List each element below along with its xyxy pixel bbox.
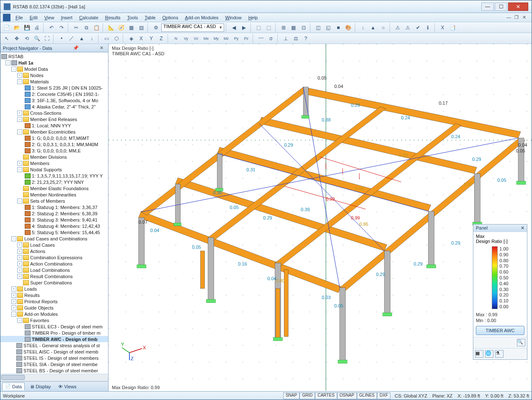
undo-icon[interactable]: ↶ [47, 23, 56, 32]
tree-materials[interactable]: −Materials [0, 78, 108, 85]
snap-dxf[interactable]: DXF [377, 392, 390, 399]
tab-display[interactable]: 🖥Display [27, 383, 53, 390]
mdi-restore-icon[interactable]: ❐ [514, 15, 521, 21]
help-icon[interactable]: ? [301, 34, 310, 43]
tree-ns2[interactable]: 2: 21,23,25,27; YYY NNY [0, 179, 108, 185]
new-file-icon[interactable]: 📄 [2, 23, 11, 32]
grid-icon[interactable]: ▦ [289, 23, 298, 32]
save-icon[interactable]: 💾 [22, 23, 31, 32]
zoom-all-icon[interactable]: ⛶ [42, 34, 52, 43]
tree-fav1[interactable]: STEEL EC3 - Design of steel mem [0, 323, 108, 330]
diag-mx-icon[interactable]: Mx [201, 34, 211, 43]
menu-table[interactable]: Table [141, 14, 159, 21]
tree-ce[interactable]: +Combination Expressions [0, 254, 108, 261]
view-x-icon[interactable]: X [137, 34, 146, 43]
tree-members[interactable]: +Members [0, 160, 108, 166]
tree-lcac[interactable]: −Load Cases and Combinations [0, 235, 108, 242]
tree-root[interactable]: RSTAB [0, 53, 108, 59]
navigator-close-icon[interactable]: ✕ [100, 45, 106, 51]
diag-my-icon[interactable]: My [212, 34, 221, 43]
pin-icon[interactable]: 📌 [73, 45, 79, 51]
tree-modeldata[interactable]: −Model Data [0, 66, 108, 72]
menu-insert[interactable]: Insert [57, 14, 76, 21]
snap-grid[interactable]: GRID [300, 392, 315, 399]
support-icon[interactable]: ▲ [369, 23, 378, 32]
wire-icon[interactable]: ◱ [324, 23, 333, 32]
tree-addon[interactable]: −Add-on Modules [0, 311, 108, 317]
menu-help[interactable]: Help [245, 14, 261, 21]
xyz2-icon[interactable]: ⬚ [264, 23, 274, 32]
tree-m5[interactable]: STEEL BS - Design of steel member [0, 367, 108, 374]
load-icon[interactable]: ↓ [359, 23, 368, 32]
menu-file[interactable]: File [12, 14, 26, 21]
cs-icon[interactable]: ⊥ [281, 34, 290, 43]
redo-icon[interactable]: ↷ [57, 23, 66, 32]
node-icon[interactable]: • [57, 34, 66, 43]
tree-ns1[interactable]: 1: 1,3,5,7,9,11,13,15,17,19; YYY Y [0, 173, 108, 179]
minimize-button[interactable]: — [481, 3, 494, 11]
check-icon[interactable]: ✔ [413, 23, 423, 32]
snap-snap[interactable]: SNAP [283, 392, 300, 399]
tree-crosssec[interactable]: +Cross-Sections [0, 110, 108, 116]
tree-mat2[interactable]: 2: Concrete C35/45 | EN 1992-1- [0, 91, 108, 97]
tree-lc[interactable]: +Load Cases [0, 242, 108, 248]
menu-window[interactable]: Window [222, 14, 245, 21]
tree-memdiv[interactable]: Member Divisions [0, 154, 108, 160]
tree-som4[interactable]: 4: Stabzug 4: Members: 12,42,43 [0, 223, 108, 229]
deform-icon[interactable]: 〰 [256, 34, 266, 43]
panel-tab-colors-icon[interactable]: ▦ [475, 350, 483, 358]
menu-addon[interactable]: Add-on Modules [181, 14, 222, 21]
dlubal-icon[interactable] [3, 14, 10, 21]
tree-rcomb[interactable]: +Result Combinations [0, 273, 108, 279]
tree-acomb[interactable]: +Action Combinations [0, 261, 108, 267]
load2-icon[interactable]: ↓ [87, 34, 96, 43]
menu-results[interactable]: Results [102, 14, 124, 21]
support2-icon[interactable]: ▲ [77, 34, 86, 43]
snap-glines[interactable]: GLINES [357, 392, 377, 399]
colors-icon[interactable]: 🎨 [344, 23, 353, 32]
view-y-icon[interactable]: Y [147, 34, 156, 43]
tree-mat1[interactable]: 1: Steel S 235 JR | DIN EN 10025- [0, 85, 108, 91]
tree-nodals[interactable]: −Nodal Supports [0, 166, 108, 173]
menu-view[interactable]: View [41, 14, 58, 21]
snap-cartes[interactable]: CARTES [315, 392, 337, 399]
tree-printout[interactable]: +Printout Reports [0, 298, 108, 305]
tree-fav2[interactable]: TIMBER Pro - Design of timber m [0, 330, 108, 336]
sel-rect-icon[interactable]: ▭ [102, 34, 111, 43]
solid-icon[interactable]: ■ [334, 23, 343, 32]
tree-mer1[interactable]: 1: Local; NNN YYY [0, 122, 108, 129]
tree-fav3[interactable]: TIMBER AWC - Design of timb [0, 336, 108, 342]
tree-m1[interactable]: STEEL - General stress analysis of st [0, 342, 108, 348]
tree-me3[interactable]: 3: G; 0,0,0; 0,0,0; MM,E [0, 147, 108, 154]
tab-views[interactable]: 👁Views [56, 383, 79, 390]
tree-som[interactable]: −Sets of Members [0, 198, 108, 204]
measure-icon[interactable]: 📐 [106, 23, 116, 32]
tables-icon[interactable]: ▦ [127, 23, 136, 32]
menu-options[interactable]: Options [159, 14, 181, 21]
tree[interactable]: RSTAB −Hall 1a −Model Data +Nodes −Mater… [0, 52, 108, 374]
tree-scomb[interactable]: Super Combinations [0, 279, 108, 286]
navigator-hscroll[interactable] [0, 374, 108, 381]
render-icon[interactable]: ◫ [314, 23, 323, 32]
results-panel[interactable]: Panel✕ Max Design Ratio [-] 1.000.900.80… [473, 224, 527, 360]
view-iso-icon[interactable]: ◈ [127, 34, 136, 43]
sigma-icon[interactable]: σ [266, 34, 276, 43]
tree-loads[interactable]: +Loads [0, 286, 108, 292]
warn1-icon[interactable]: ⚠ [393, 23, 403, 32]
xyz-box-icon[interactable]: ⬚ [254, 23, 263, 32]
member-icon[interactable]: ／ [67, 34, 76, 43]
mdi-close-icon[interactable]: ✕ [522, 15, 529, 21]
select-arrow-icon[interactable]: ↖ [2, 34, 11, 43]
tree-memecc[interactable]: −Member Eccentricities [0, 129, 108, 135]
xxx-icon[interactable]: ⊞ [279, 23, 288, 32]
timber-awc-button[interactable]: TIMBER AWC [476, 326, 524, 335]
report-icon[interactable]: 📑 [448, 23, 457, 32]
mdi-minimize-icon[interactable]: — [506, 15, 513, 21]
tree-mat4[interactable]: 4: Alaska Cedar, 2"-4" Thick, 2" [0, 103, 108, 110]
units-icon[interactable]: ⚖ [291, 34, 300, 43]
tree-m4[interactable]: STEEL SIA - Design of steel membe [0, 361, 108, 367]
hinge-icon[interactable]: ○ [379, 23, 388, 32]
menu-edit[interactable]: Edit [26, 14, 41, 21]
snap-osnap[interactable]: OSNAP [337, 392, 357, 399]
expand-icon[interactable]: − [5, 60, 10, 65]
